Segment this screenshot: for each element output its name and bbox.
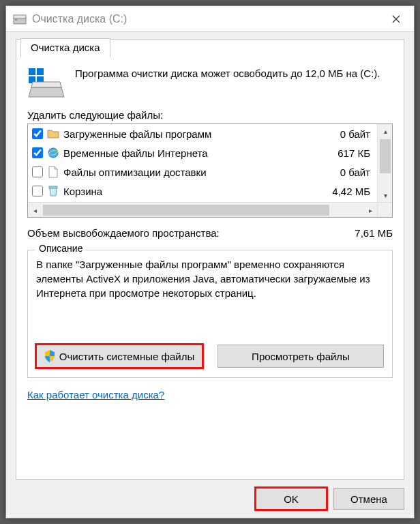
tab-panel: Программа очистки диска может освободить…: [16, 60, 404, 479]
file-size: 4,42 МБ: [317, 186, 373, 197]
scroll-corner: [377, 202, 392, 217]
file-label: Корзина: [63, 186, 313, 197]
svg-rect-2: [15, 19, 17, 20]
svg-rect-3: [29, 68, 35, 75]
titlebar: Очистка диска (C:): [6, 6, 414, 32]
close-icon: [392, 15, 400, 23]
file-row[interactable]: Файлы оптимизации доставки 0 байт: [28, 162, 377, 181]
file-size: 617 КБ: [317, 147, 373, 159]
button-label: Очистить системные файлы: [59, 351, 194, 362]
files-listbox[interactable]: Загруженные файлы программ 0 байт Времен…: [27, 123, 393, 218]
cleanup-drive-icon: [27, 67, 65, 100]
intro-text: Программа очистки диска может освободить…: [75, 67, 380, 100]
file-row[interactable]: Корзина 4,42 МБ: [28, 181, 377, 201]
recycle-bin-icon: [47, 185, 59, 197]
scroll-thumb[interactable]: [43, 205, 329, 216]
tab-disk-cleanup[interactable]: Очистка диска: [20, 38, 110, 58]
file-row[interactable]: Временные файлы Интернета 617 КБ: [28, 143, 377, 162]
file-label: Временные файлы Интернета: [63, 147, 313, 159]
dialog-footer: OK Отмена: [256, 488, 404, 510]
ok-button[interactable]: OK: [256, 488, 327, 510]
cancel-button[interactable]: Отмена: [333, 488, 404, 510]
dialog-window: Очистка диска (C:) Очистка диска: [5, 5, 415, 519]
horizontal-scrollbar[interactable]: ◂ ▸: [28, 202, 377, 217]
ie-icon: [47, 147, 59, 159]
how-cleanup-works-link[interactable]: Как работает очистка диска?: [27, 389, 164, 401]
window-title: Очистка диска (C:): [32, 13, 382, 25]
description-legend: Описание: [35, 243, 87, 254]
file-row[interactable]: Загруженные файлы программ 0 байт: [28, 124, 377, 143]
shield-icon: [44, 350, 55, 362]
file-label: Загруженные файлы программ: [63, 128, 313, 140]
group-buttons: Очистить системные файлы Просмотреть фай…: [36, 345, 384, 368]
description-group: Описание В папке "Загруженные файлы прог…: [27, 250, 393, 378]
clean-system-files-button[interactable]: Очистить системные файлы: [36, 345, 202, 368]
page-icon: [47, 166, 59, 178]
svg-rect-1: [14, 15, 26, 18]
scroll-thumb[interactable]: [380, 139, 391, 173]
svg-rect-4: [37, 68, 44, 75]
file-checkbox[interactable]: [32, 166, 43, 177]
file-checkbox[interactable]: [32, 186, 43, 196]
button-label: OK: [284, 493, 299, 505]
vertical-scrollbar[interactable]: ▴ ▾: [377, 124, 392, 202]
button-label: Просмотреть файлы: [252, 351, 350, 362]
svg-rect-9: [49, 186, 57, 188]
button-label: Отмена: [350, 493, 387, 505]
scroll-right-icon[interactable]: ▸: [363, 203, 377, 218]
scroll-down-icon[interactable]: ▾: [378, 188, 393, 202]
description-text: В папке "Загруженные файлы программ" вре…: [36, 257, 384, 332]
files-rows: Загруженные файлы программ 0 байт Времен…: [28, 124, 377, 202]
close-button[interactable]: [382, 9, 410, 29]
file-checkbox[interactable]: [32, 128, 43, 139]
total-label: Объем высвобождаемого пространства:: [27, 227, 220, 239]
file-size: 0 байт: [317, 128, 373, 140]
client-area: Очистка диска Программа очистки диска мо…: [16, 39, 404, 480]
file-label: Файлы оптимизации доставки: [63, 166, 313, 178]
scroll-left-icon[interactable]: ◂: [28, 203, 42, 218]
scroll-up-icon[interactable]: ▴: [378, 124, 393, 138]
file-size: 0 байт: [317, 166, 373, 178]
view-files-button[interactable]: Просмотреть файлы: [217, 345, 384, 368]
files-list-label: Удалить следующие файлы:: [27, 109, 393, 121]
total-value: 7,61 МБ: [355, 227, 393, 239]
folder-icon: [47, 128, 59, 140]
total-row: Объем высвобождаемого пространства: 7,61…: [27, 227, 393, 239]
tab-label: Очистка диска: [31, 42, 100, 53]
svg-point-7: [48, 148, 58, 158]
intro-row: Программа очистки диска может освободить…: [27, 67, 393, 100]
file-checkbox[interactable]: [32, 147, 43, 158]
drive-icon: [13, 13, 27, 25]
